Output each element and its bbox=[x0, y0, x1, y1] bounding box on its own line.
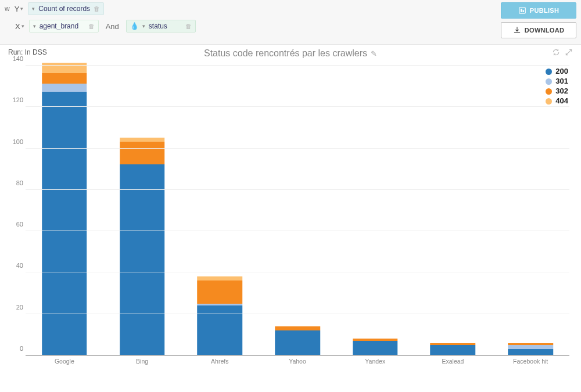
pencil-icon[interactable]: ✎ bbox=[371, 49, 377, 58]
chart-tools bbox=[552, 48, 573, 56]
bar-slot: Facebook hit bbox=[492, 66, 569, 355]
chart-panel: Run: In DSS Status code rencontrés par l… bbox=[0, 45, 581, 384]
bar-slot: Exalead bbox=[414, 66, 492, 355]
bar-segment[interactable] bbox=[42, 73, 87, 84]
bar-segment[interactable] bbox=[275, 330, 320, 355]
row-marker: w bbox=[5, 5, 10, 13]
publish-button[interactable]: PUBLISH bbox=[501, 2, 576, 19]
y-row: w Y▾ ▾ Count of records 🗑 bbox=[5, 2, 196, 15]
bar-slot: Yahoo bbox=[259, 66, 336, 355]
bar-stack[interactable] bbox=[508, 343, 553, 355]
download-icon bbox=[513, 26, 521, 34]
config-right: PUBLISH DOWNLOAD bbox=[501, 2, 576, 38]
x-tick-label: Yandex bbox=[365, 355, 385, 365]
bar-segment[interactable] bbox=[120, 138, 165, 142]
download-label: DOWNLOAD bbox=[525, 27, 564, 34]
plot-area: GoogleBingAhrefsYahooYandexExaleadFacebo… bbox=[26, 66, 569, 356]
bar-slot: Yandex bbox=[336, 66, 414, 355]
x-tick-label: Bing bbox=[136, 355, 148, 365]
grid-line bbox=[26, 65, 569, 66]
bar-slot: Ahrefs bbox=[181, 66, 259, 355]
refresh-icon[interactable] bbox=[552, 48, 560, 56]
y-metric-label: Count of records bbox=[38, 5, 90, 13]
bar-stack[interactable] bbox=[275, 326, 320, 355]
x-tick-label: Ahrefs bbox=[211, 355, 228, 365]
y-tick-label: 80 bbox=[9, 179, 23, 186]
publish-icon bbox=[518, 6, 526, 15]
bar-segment[interactable] bbox=[120, 142, 165, 164]
bar-slot: Google bbox=[26, 66, 103, 355]
y-tick-label: 140 bbox=[9, 55, 23, 62]
grid-line bbox=[26, 355, 569, 355]
trash-icon[interactable]: 🗑 bbox=[94, 5, 100, 12]
y-axis-label[interactable]: Y▾ bbox=[15, 5, 24, 13]
grid-line bbox=[26, 106, 569, 107]
svg-rect-0 bbox=[519, 8, 526, 14]
bar-segment[interactable] bbox=[120, 164, 165, 355]
x-tick-label: Exalead bbox=[442, 355, 464, 365]
y-tick-label: 60 bbox=[9, 221, 23, 228]
bar-segment[interactable] bbox=[353, 341, 398, 355]
y-tick-label: 120 bbox=[9, 96, 23, 103]
bar-segment[interactable] bbox=[508, 345, 553, 349]
grid-line bbox=[26, 189, 569, 190]
config-bar: w Y▾ ▾ Count of records 🗑 X▾ ▾ agent_bra… bbox=[0, 0, 581, 45]
grid-line bbox=[26, 231, 569, 231]
y-tick-label: 20 bbox=[9, 304, 23, 311]
x-dimension-pill[interactable]: ▾ agent_brand 🗑 bbox=[29, 20, 99, 33]
caret-down-icon: ▾ bbox=[142, 23, 145, 29]
bar-segment[interactable] bbox=[42, 92, 87, 355]
series-pill[interactable]: 💧 ▾ status 🗑 bbox=[126, 20, 196, 33]
bar-stack[interactable] bbox=[120, 138, 165, 355]
caret-down-icon: ▾ bbox=[21, 23, 24, 29]
x-dimension-label: agent_brand bbox=[40, 22, 85, 30]
svg-rect-1 bbox=[521, 9, 522, 12]
bar-stack[interactable] bbox=[431, 343, 476, 355]
y-metric-pill[interactable]: ▾ Count of records 🗑 bbox=[28, 2, 104, 15]
grid-line bbox=[26, 148, 569, 149]
chart-title[interactable]: Status code rencontrés par les crawlers … bbox=[204, 48, 377, 59]
trash-icon[interactable]: 🗑 bbox=[185, 23, 192, 30]
bars-container: GoogleBingAhrefsYahooYandexExaleadFacebo… bbox=[26, 66, 569, 355]
caret-down-icon: ▾ bbox=[33, 23, 36, 29]
x-tick-label: Facebook hit bbox=[513, 355, 548, 365]
bar-stack[interactable] bbox=[353, 339, 398, 355]
x-tick-label: Google bbox=[55, 355, 74, 365]
bar-segment[interactable] bbox=[431, 345, 476, 355]
bar-segment[interactable] bbox=[275, 326, 320, 330]
caret-down-icon: ▾ bbox=[32, 6, 35, 12]
expand-icon[interactable] bbox=[565, 48, 573, 56]
config-left: w Y▾ ▾ Count of records 🗑 X▾ ▾ agent_bra… bbox=[5, 2, 196, 33]
publish-label: PUBLISH bbox=[530, 7, 559, 14]
x-row: X▾ ▾ agent_brand 🗑 And 💧 ▾ status 🗑 bbox=[5, 20, 196, 33]
y-tick-label: 100 bbox=[9, 138, 23, 145]
trash-icon[interactable]: 🗑 bbox=[88, 23, 95, 30]
x-tick-label: Yahoo bbox=[289, 355, 306, 365]
bar-segment[interactable] bbox=[42, 84, 87, 92]
bar-slot: Bing bbox=[103, 66, 181, 355]
y-tick-label: 40 bbox=[9, 262, 23, 269]
bar-segment[interactable] bbox=[198, 280, 243, 303]
and-label: And bbox=[103, 22, 121, 31]
drop-icon: 💧 bbox=[130, 22, 139, 30]
x-axis-label[interactable]: X▾ bbox=[15, 22, 24, 31]
grid-line bbox=[26, 314, 569, 314]
bar-stack[interactable] bbox=[198, 276, 243, 355]
svg-rect-2 bbox=[522, 10, 523, 12]
grid-line bbox=[26, 272, 569, 272]
bar-segment[interactable] bbox=[198, 276, 243, 280]
caret-down-icon: ▾ bbox=[20, 6, 23, 12]
series-label: status bbox=[149, 22, 182, 30]
y-tick-label: 0 bbox=[9, 345, 23, 352]
chart-title-text: Status code rencontrés par les crawlers bbox=[204, 48, 367, 59]
download-button[interactable]: DOWNLOAD bbox=[501, 22, 576, 38]
